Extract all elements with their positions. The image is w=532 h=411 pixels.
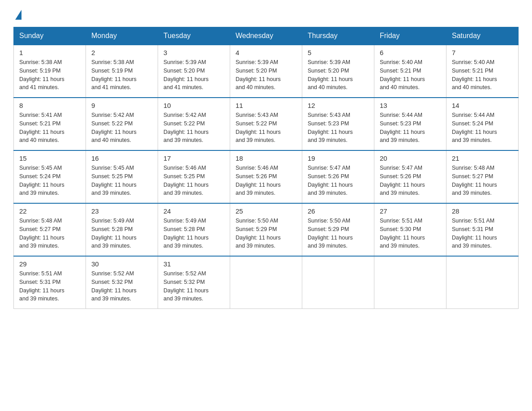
calendar-cell: 13 Sunrise: 5:44 AMSunset: 5:23 PMDaylig… [374,98,446,150]
day-number: 1 [19,49,80,56]
day-info: Sunrise: 5:38 AMSunset: 5:19 PMDaylight:… [19,58,80,92]
day-info: Sunrise: 5:51 AMSunset: 5:30 PMDaylight:… [380,217,441,250]
calendar-table: SundayMondayTuesdayWednesdayThursdayFrid… [13,27,519,309]
day-number: 12 [308,102,369,109]
calendar-cell: 24 Sunrise: 5:49 AMSunset: 5:28 PMDaylig… [158,203,230,256]
day-number: 4 [236,49,296,56]
calendar-header-friday: Friday [374,27,446,45]
calendar-week-row: 8 Sunrise: 5:41 AMSunset: 5:21 PMDayligh… [14,98,519,150]
day-number: 19 [308,154,369,162]
calendar-cell: 14 Sunrise: 5:44 AMSunset: 5:24 PMDaylig… [446,98,519,150]
calendar-header-saturday: Saturday [446,27,519,45]
day-info: Sunrise: 5:43 AMSunset: 5:22 PMDaylight:… [236,111,296,145]
day-info: Sunrise: 5:44 AMSunset: 5:23 PMDaylight:… [380,111,441,145]
day-info: Sunrise: 5:40 AMSunset: 5:21 PMDaylight:… [380,58,441,92]
calendar-cell: 29 Sunrise: 5:51 AMSunset: 5:31 PMDaylig… [14,256,86,309]
day-info: Sunrise: 5:48 AMSunset: 5:27 PMDaylight:… [19,217,80,250]
day-number: 6 [380,49,441,56]
calendar-cell: 3 Sunrise: 5:39 AMSunset: 5:20 PMDayligh… [158,45,230,98]
day-info: Sunrise: 5:51 AMSunset: 5:31 PMDaylight:… [452,217,513,250]
calendar-cell: 6 Sunrise: 5:40 AMSunset: 5:21 PMDayligh… [374,45,446,98]
day-number: 11 [236,102,296,109]
day-number: 14 [452,102,513,109]
calendar-cell: 7 Sunrise: 5:40 AMSunset: 5:21 PMDayligh… [446,45,519,98]
day-number: 13 [380,102,441,109]
calendar-cell: 27 Sunrise: 5:51 AMSunset: 5:30 PMDaylig… [374,203,446,256]
calendar-cell: 12 Sunrise: 5:43 AMSunset: 5:23 PMDaylig… [302,98,374,150]
day-info: Sunrise: 5:46 AMSunset: 5:25 PMDaylight:… [163,164,224,197]
day-info: Sunrise: 5:41 AMSunset: 5:21 PMDaylight:… [19,111,80,145]
calendar-body: 1 Sunrise: 5:38 AMSunset: 5:19 PMDayligh… [14,45,519,309]
calendar-week-row: 15 Sunrise: 5:45 AMSunset: 5:24 PMDaylig… [14,150,519,203]
calendar-cell: 15 Sunrise: 5:45 AMSunset: 5:24 PMDaylig… [14,150,86,203]
day-number: 2 [91,49,152,56]
calendar-cell: 4 Sunrise: 5:39 AMSunset: 5:20 PMDayligh… [230,45,302,98]
calendar-header-sunday: Sunday [14,27,86,45]
day-number: 20 [380,154,441,162]
day-number: 25 [236,207,296,215]
calendar-cell: 10 Sunrise: 5:42 AMSunset: 5:22 PMDaylig… [158,98,230,150]
calendar-cell [446,256,519,309]
day-info: Sunrise: 5:44 AMSunset: 5:24 PMDaylight:… [452,111,513,145]
day-number: 18 [236,154,296,162]
page-header [13,9,519,18]
logo [13,9,21,18]
calendar-header-row: SundayMondayTuesdayWednesdayThursdayFrid… [14,27,519,45]
day-info: Sunrise: 5:52 AMSunset: 5:32 PMDaylight:… [91,270,152,303]
calendar-cell: 8 Sunrise: 5:41 AMSunset: 5:21 PMDayligh… [14,98,86,150]
calendar-cell [230,256,302,309]
day-info: Sunrise: 5:45 AMSunset: 5:25 PMDaylight:… [91,164,152,197]
calendar-header-wednesday: Wednesday [230,27,302,45]
day-info: Sunrise: 5:47 AMSunset: 5:26 PMDaylight:… [380,164,441,197]
day-number: 27 [380,207,441,215]
day-info: Sunrise: 5:50 AMSunset: 5:29 PMDaylight:… [308,217,369,250]
day-number: 5 [308,49,369,56]
logo-triangle-icon [15,10,21,20]
calendar-cell: 31 Sunrise: 5:52 AMSunset: 5:32 PMDaylig… [158,256,230,309]
calendar-cell [374,256,446,309]
calendar-cell: 17 Sunrise: 5:46 AMSunset: 5:25 PMDaylig… [158,150,230,203]
calendar-cell: 5 Sunrise: 5:39 AMSunset: 5:20 PMDayligh… [302,45,374,98]
day-info: Sunrise: 5:42 AMSunset: 5:22 PMDaylight:… [91,111,152,145]
day-info: Sunrise: 5:50 AMSunset: 5:29 PMDaylight:… [236,217,296,250]
day-info: Sunrise: 5:39 AMSunset: 5:20 PMDaylight:… [236,58,296,92]
day-info: Sunrise: 5:52 AMSunset: 5:32 PMDaylight:… [163,270,224,303]
day-number: 30 [91,260,152,268]
calendar-week-row: 29 Sunrise: 5:51 AMSunset: 5:31 PMDaylig… [14,256,519,309]
day-info: Sunrise: 5:39 AMSunset: 5:20 PMDaylight:… [308,58,369,92]
day-number: 23 [91,207,152,215]
day-info: Sunrise: 5:47 AMSunset: 5:26 PMDaylight:… [308,164,369,197]
day-info: Sunrise: 5:40 AMSunset: 5:21 PMDaylight:… [452,58,513,92]
day-number: 8 [19,102,80,109]
day-info: Sunrise: 5:39 AMSunset: 5:20 PMDaylight:… [163,58,224,92]
day-number: 9 [91,102,152,109]
calendar-cell: 22 Sunrise: 5:48 AMSunset: 5:27 PMDaylig… [14,203,86,256]
day-number: 10 [163,102,224,109]
day-number: 3 [163,49,224,56]
calendar-cell: 1 Sunrise: 5:38 AMSunset: 5:19 PMDayligh… [14,45,86,98]
calendar-cell: 21 Sunrise: 5:48 AMSunset: 5:27 PMDaylig… [446,150,519,203]
calendar-cell [302,256,374,309]
day-number: 28 [452,207,513,215]
day-number: 26 [308,207,369,215]
day-number: 15 [19,154,80,162]
day-number: 16 [91,154,152,162]
calendar-cell: 20 Sunrise: 5:47 AMSunset: 5:26 PMDaylig… [374,150,446,203]
day-info: Sunrise: 5:38 AMSunset: 5:19 PMDaylight:… [91,58,152,92]
day-info: Sunrise: 5:49 AMSunset: 5:28 PMDaylight:… [91,217,152,250]
day-number: 22 [19,207,80,215]
day-info: Sunrise: 5:48 AMSunset: 5:27 PMDaylight:… [452,164,513,197]
calendar-cell: 16 Sunrise: 5:45 AMSunset: 5:25 PMDaylig… [86,150,158,203]
calendar-header-monday: Monday [86,27,158,45]
day-info: Sunrise: 5:46 AMSunset: 5:26 PMDaylight:… [236,164,296,197]
day-info: Sunrise: 5:49 AMSunset: 5:28 PMDaylight:… [163,217,224,250]
calendar-cell: 28 Sunrise: 5:51 AMSunset: 5:31 PMDaylig… [446,203,519,256]
calendar-week-row: 1 Sunrise: 5:38 AMSunset: 5:19 PMDayligh… [14,45,519,98]
day-number: 24 [163,207,224,215]
day-info: Sunrise: 5:45 AMSunset: 5:24 PMDaylight:… [19,164,80,197]
calendar-cell: 23 Sunrise: 5:49 AMSunset: 5:28 PMDaylig… [86,203,158,256]
calendar-cell: 30 Sunrise: 5:52 AMSunset: 5:32 PMDaylig… [86,256,158,309]
calendar-cell: 19 Sunrise: 5:47 AMSunset: 5:26 PMDaylig… [302,150,374,203]
calendar-cell: 9 Sunrise: 5:42 AMSunset: 5:22 PMDayligh… [86,98,158,150]
calendar-cell: 18 Sunrise: 5:46 AMSunset: 5:26 PMDaylig… [230,150,302,203]
